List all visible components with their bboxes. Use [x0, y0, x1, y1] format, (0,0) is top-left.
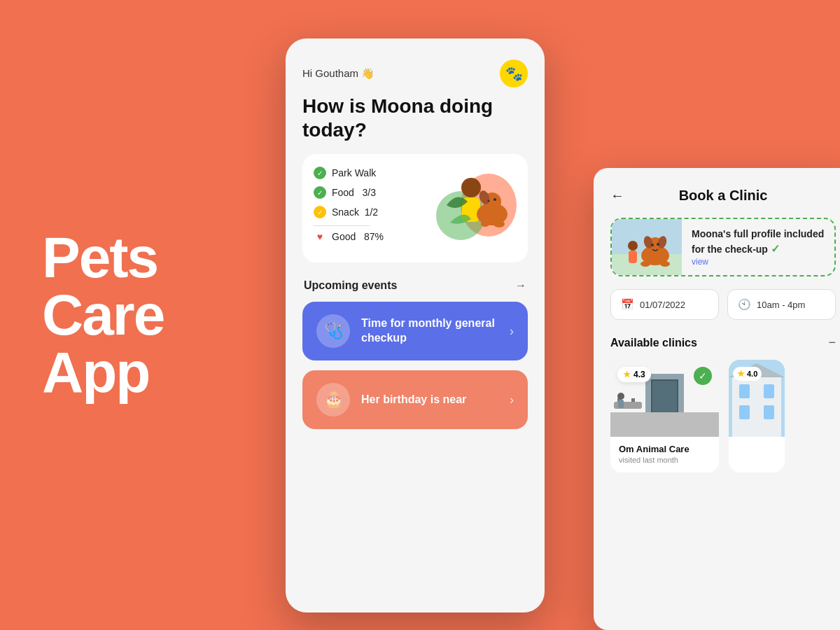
snack-label: Snack 1/2 — [332, 206, 378, 218]
profile-card: Moona's full profile included for the ch… — [610, 218, 836, 276]
clinics-collapse-icon[interactable]: − — [828, 335, 836, 350]
section-header: Upcoming events → — [302, 279, 528, 292]
svg-rect-41 — [739, 405, 750, 419]
svg-point-2 — [461, 178, 481, 197]
screen-title: Book a Clinic — [679, 188, 768, 204]
time-value: 10am - 4pm — [757, 300, 805, 310]
svg-point-35 — [617, 393, 624, 400]
event-icon-birthday: 🎂 — [316, 383, 350, 416]
profile-included-text: Moona's full profile included for the ch… — [692, 227, 826, 257]
date-selector[interactable]: 📅 01/07/2022 — [610, 289, 719, 320]
profile-card-image — [612, 219, 682, 275]
back-arrow-icon[interactable]: ← — [610, 188, 624, 204]
status-dot-green: ✓ — [314, 167, 326, 179]
available-clinics-label: Available clinics — [610, 337, 697, 349]
status-item-mood: ♥ Good 87% — [314, 230, 421, 243]
avatar-icon: 🐾 — [500, 59, 528, 88]
clinic-rating-om: ★ 4.3 — [617, 367, 651, 382]
phone-screen-1: Hi Goutham 👋 🐾 How is Moona doing today?… — [286, 38, 545, 612]
clinics-row: ★ 4.3 ✓ Om Animal Care visited last mont… — [610, 360, 836, 472]
profile-card-text: Moona's full profile included for the ch… — [692, 219, 834, 275]
title-line-2: Care — [42, 286, 164, 344]
svg-rect-39 — [739, 384, 750, 398]
clinic-card-om[interactable]: ★ 4.3 ✓ Om Animal Care visited last mont… — [610, 360, 719, 472]
svg-point-10 — [481, 221, 489, 227]
food-label: Food 3/3 — [332, 187, 376, 198]
svg-point-14 — [628, 241, 638, 251]
mood-label: Good 87% — [332, 231, 384, 242]
svg-rect-34 — [631, 398, 635, 402]
svg-rect-29 — [651, 379, 678, 381]
clinic-card-univ[interactable]: ★ 4.0 — [729, 360, 785, 472]
calendar-icon: 📅 — [621, 298, 634, 311]
clinic-rating-univ: ★ 4.0 — [733, 367, 762, 381]
status-item-food: ✓ Food 3/3 — [314, 186, 421, 199]
event-arrow-icon: › — [510, 324, 514, 339]
pet-status-card: ✓ Park Walk ✓ Food 3/3 ✓ Snack 1/2 ♥ Goo… — [302, 154, 528, 262]
event-checkup-text: Time for monthly general checkup — [361, 316, 498, 346]
svg-rect-25 — [610, 412, 719, 437]
status-dot-yellow: ✓ — [314, 206, 326, 218]
svg-rect-31 — [677, 379, 678, 412]
clinic-sub-om: visited last month — [619, 456, 710, 464]
title-line-1: Pets — [42, 229, 164, 286]
event-card-checkup[interactable]: 🩺 Time for monthly general checkup › — [302, 302, 528, 360]
phone-screen-2: ← Book a Clinic — [594, 168, 840, 630]
svg-rect-42 — [764, 405, 774, 419]
event-birthday-text: Her birthday is near — [361, 393, 498, 407]
status-dot-red: ♥ — [314, 230, 326, 243]
clinic-image-om: ★ 4.3 ✓ — [610, 360, 719, 437]
svg-point-22 — [640, 261, 650, 267]
selected-check-icon: ✓ — [694, 367, 712, 385]
svg-point-21 — [651, 244, 654, 246]
back-header: ← Book a Clinic — [610, 188, 836, 204]
svg-point-7 — [493, 198, 496, 201]
pet-illustration — [433, 167, 517, 244]
svg-rect-36 — [618, 400, 624, 408]
greeting-text: Hi Goutham 👋 — [302, 67, 374, 80]
star-icon-1: ★ — [623, 370, 631, 379]
clock-icon: 🕙 — [738, 298, 751, 311]
clinic-info-om: Om Animal Care visited last month — [610, 437, 719, 472]
event-card-birthday[interactable]: 🎂 Her birthday is near › — [302, 370, 528, 429]
event-arrow-2-icon: › — [510, 393, 514, 407]
phone1-header: Hi Goutham 👋 🐾 — [302, 59, 528, 88]
status-list: ✓ Park Walk ✓ Food 3/3 ✓ Snack 1/2 ♥ Goo… — [314, 167, 421, 250]
datetime-row: 📅 01/07/2022 🕙 10am - 4pm — [610, 289, 836, 320]
status-item-walk: ✓ Park Walk — [314, 167, 421, 179]
walk-label: Park Walk — [332, 167, 376, 178]
main-question: How is Moona doing today? — [302, 94, 528, 141]
svg-rect-30 — [651, 379, 652, 412]
event-icon-stethoscope: 🩺 — [316, 314, 350, 348]
status-dot-green-2: ✓ — [314, 186, 326, 199]
view-link[interactable]: view — [692, 257, 826, 267]
svg-rect-15 — [629, 251, 637, 263]
time-selector[interactable]: 🕙 10am - 4pm — [727, 289, 836, 320]
svg-point-8 — [488, 200, 490, 202]
status-item-snack: ✓ Snack 1/2 — [314, 206, 421, 218]
available-header: Available clinics − — [610, 335, 836, 350]
clinic-image-univ: ★ 4.0 — [729, 360, 785, 437]
upcoming-arrow-icon[interactable]: → — [515, 279, 526, 292]
clinic-name-om: Om Animal Care — [619, 444, 710, 454]
svg-rect-40 — [764, 384, 774, 398]
star-icon-2: ★ — [737, 369, 745, 379]
svg-point-9 — [493, 220, 505, 227]
check-badge: ✓ — [771, 243, 780, 255]
date-value: 01/07/2022 — [640, 300, 685, 310]
svg-point-23 — [660, 261, 670, 267]
svg-rect-28 — [652, 381, 677, 412]
title-line-3: App — [42, 344, 164, 401]
status-divider — [314, 225, 370, 226]
app-title: Pets Care App — [42, 229, 164, 401]
upcoming-events-label: Upcoming events — [304, 279, 397, 292]
svg-point-20 — [657, 243, 659, 246]
